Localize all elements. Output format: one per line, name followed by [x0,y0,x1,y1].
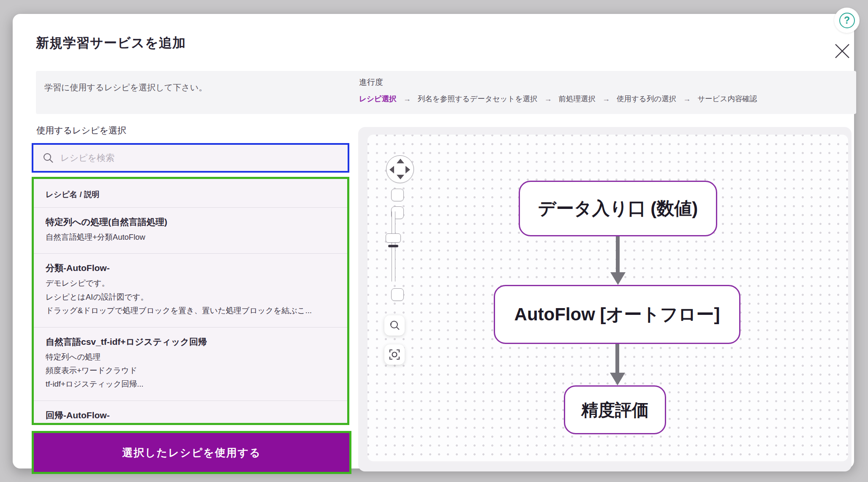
reset-zoom-icon [389,320,400,331]
zoom-out-button[interactable] [391,288,404,301]
help-button[interactable]: ? [834,8,860,33]
use-recipe-button[interactable]: 選択したレシピを使用する [34,433,349,472]
instruction-text: 学習に使用するレシピを選択して下さい。 [44,82,207,93]
step-arrow-icon: → [602,95,610,103]
step-arrow-icon: → [683,95,691,103]
step-dataset-select: 列名を参照するデータセットを選択 [418,94,538,104]
fit-to-screen-button[interactable] [384,344,405,365]
progress-steps: レシピ選択 → 列名を参照するデータセットを選択 → 前処理選択 → 使用する列… [359,94,757,104]
flow-node-accuracy-eval[interactable]: 精度評価 [564,385,666,434]
progress-block: 進行度 レシピ選択 → 列名を参照するデータセットを選択 → 前処理選択 → 使… [359,77,757,104]
progress-label: 進行度 [359,77,757,88]
flow-link [616,236,620,272]
zoom-level-tick [388,245,398,247]
fit-screen-icon [388,348,401,361]
zoom-reset-square-button[interactable] [391,189,404,201]
page-title: 新規学習サービスを追加 [36,34,186,52]
recipe-list-header: レシピ名 / 説明 [34,179,347,208]
screen-backdrop: 新規学習サービスを追加 学習に使用するレシピを選択して下さい。 進行度 レシピ選… [0,0,868,482]
recipe-list-item[interactable]: 分類-AutoFlow- デモレシピです。 レシピとはAIの設計図です。 ドラッ… [34,254,347,327]
search-icon [43,152,54,163]
recipe-list-item[interactable]: 自然言語csv_tf-idf+ロジスティック回帰 特定列への処理 頻度表示+ワー… [34,328,347,401]
step-arrow-icon: → [544,95,552,103]
pan-left-icon[interactable] [389,166,394,173]
recipe-description: 頻度表示+ワードクラウド [46,364,335,377]
step-service-confirm: サービス内容確認 [697,94,757,104]
recipe-list: レシピ名 / 説明 特定列への処理(自然言語処理) 自然言語処理+分類AutoF… [34,179,347,423]
recipe-description: デモレシピです。 [46,276,335,290]
step-recipe-select: レシピ選択 [359,94,397,104]
recipe-select-label: 使用するレシピを選択 [36,125,126,136]
pan-compass-control[interactable] [386,155,414,183]
recipe-list-item[interactable]: 回帰-AutoFlow- [34,401,347,423]
recipe-name: 回帰-AutoFlow- [46,409,335,421]
pan-right-icon[interactable] [405,166,410,173]
recipe-list-highlight: レシピ名 / 説明 特定列への処理(自然言語処理) 自然言語処理+分類AutoF… [32,177,349,425]
flow-node-data-input[interactable]: データ入り口 (数値) [519,181,717,236]
flow-link-arrowhead-icon [610,373,625,385]
reset-view-button[interactable] [384,315,405,336]
instruction-progress-bar: 学習に使用するレシピを選択して下さい。 進行度 レシピ選択 → 列名を参照するデ… [36,71,856,114]
recipe-description: レシピとはAIの設計図です。 [46,290,335,304]
recipe-preview-panel: データ入り口 (数値) AutoFlow [オートフロー] 精度評価 [358,127,852,471]
recipe-search-highlight [32,143,349,173]
flow-link [615,344,619,373]
recipe-name: 特定列への処理(自然言語処理) [46,216,335,228]
recipe-description: 特定列への処理 [46,350,335,364]
step-preprocess-select: 前処理選択 [558,94,596,104]
help-icon: ? [839,13,855,28]
step-column-select: 使用する列の選択 [617,94,676,104]
zoom-slider-handle[interactable] [386,233,401,243]
recipe-description: 自然言語処理+分類AutoFlow [46,230,335,244]
recipe-list-item[interactable]: 特定列への処理(自然言語処理) 自然言語処理+分類AutoFlow [34,208,347,254]
add-learning-service-modal: 新規学習サービスを追加 学習に使用するレシピを選択して下さい。 進行度 レシピ選… [13,14,854,468]
flow-diagram-canvas[interactable]: データ入り口 (数値) AutoFlow [オートフロー] 精度評価 [367,135,848,461]
recipe-description: ドラッグ&ドロップで処理ブロックを置き、置いた処理ブロックを結ぶこ... [46,304,335,317]
pan-down-icon[interactable] [397,175,404,179]
recipe-search-box[interactable] [33,145,348,171]
recipe-name: 分類-AutoFlow- [46,262,335,274]
search-input[interactable] [60,153,314,163]
recipe-description: tf-idf+ロジスティック回帰... [46,377,335,391]
flow-node-autoflow[interactable]: AutoFlow [オートフロー] [494,285,740,344]
recipe-name: 自然言語csv_tf-idf+ロジスティック回帰 [46,336,335,348]
step-arrow-icon: → [403,95,411,103]
close-icon [833,42,852,60]
flow-link-arrowhead-icon [610,272,626,285]
use-recipe-button-highlight: 選択したレシピを使用する [32,431,351,474]
close-button[interactable] [831,40,853,62]
pan-up-icon[interactable] [397,159,404,163]
